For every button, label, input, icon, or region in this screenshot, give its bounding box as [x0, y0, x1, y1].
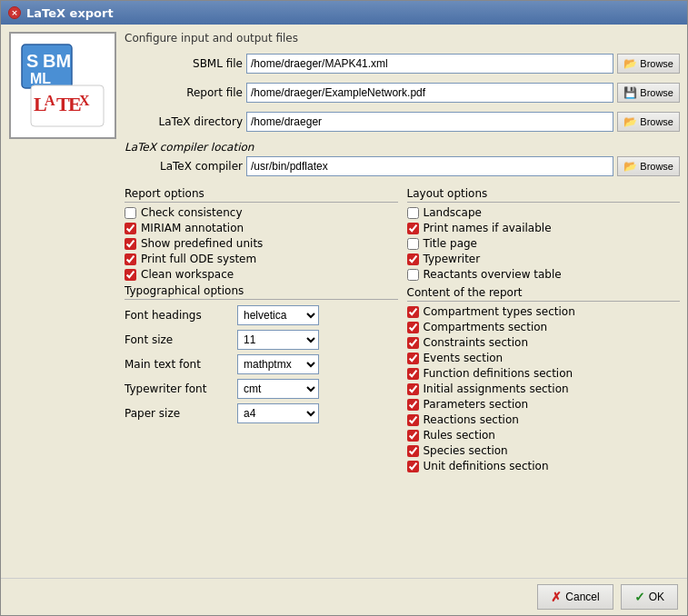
content-option-label-4: Function definitions section — [424, 367, 573, 380]
report-option-row-2: Show predefined units — [125, 237, 398, 250]
paper-size-select[interactable]: a4lettera3 — [237, 403, 319, 423]
report-option-checkbox-4[interactable] — [125, 269, 136, 281]
logo: S BM ML L A T E X — [9, 32, 116, 139]
paper-size-label: Paper size — [125, 407, 234, 420]
content-option-checkbox-1[interactable] — [407, 322, 419, 333]
folder-icon-3: 📂 — [623, 160, 637, 173]
content-option-row-10: Unit definitions section — [407, 460, 681, 472]
cancel-button[interactable]: ✗ Cancel — [537, 584, 613, 610]
report-option-row-4: Clean workspace — [125, 268, 398, 281]
content-option-checkbox-8[interactable] — [407, 430, 419, 442]
font-headings-row: Font headings helveticatimescourier — [125, 305, 398, 325]
font-headings-label: Font headings — [125, 309, 234, 322]
content-option-label-6: Parameters section — [424, 398, 529, 411]
layout-option-checkbox-2[interactable] — [407, 238, 419, 250]
content-option-label-2: Constraints section — [424, 336, 529, 349]
content-options-list: Compartment types sectionCompartments se… — [407, 305, 681, 472]
layout-option-checkbox-4[interactable] — [407, 269, 419, 281]
typewriter-label: Typewriter font — [125, 383, 234, 395]
report-browse-button[interactable]: 💾 Browse — [617, 83, 680, 103]
compiler-label: LaTeX compiler — [125, 160, 243, 173]
sbml-browse-label: Browse — [640, 58, 673, 69]
close-button[interactable]: × — [8, 6, 21, 19]
content-option-row-0: Compartment types section — [407, 305, 681, 318]
latex-dir-browse-label: Browse — [640, 116, 673, 127]
sbml-input[interactable] — [246, 54, 613, 74]
ok-button[interactable]: ✓ OK — [621, 584, 678, 610]
content-option-row-7: Reactions section — [407, 413, 681, 426]
report-option-checkbox-3[interactable] — [125, 253, 136, 265]
right-options-col: Layout options LandscapePrint names if a… — [407, 187, 681, 571]
font-size-select[interactable]: 101112 — [237, 330, 319, 350]
layout-option-row-2: Title page — [407, 237, 681, 250]
report-options-header: Report options — [125, 187, 398, 203]
layout-option-label-4: Reactants overview table — [424, 268, 562, 281]
layout-option-checkbox-1[interactable] — [407, 223, 419, 234]
layout-option-row-3: Typewriter — [407, 253, 681, 265]
ok-label: OK — [649, 591, 664, 603]
content-header: Content of the report — [407, 286, 681, 302]
compiler-section: LaTeX compiler location LaTeX compiler 📂… — [125, 141, 680, 180]
svg-text:A: A — [45, 93, 55, 108]
report-option-checkbox-1[interactable] — [125, 223, 136, 234]
compiler-row: LaTeX compiler 📂 Browse — [125, 156, 680, 176]
report-option-checkbox-2[interactable] — [125, 238, 136, 250]
svg-text:ML: ML — [30, 71, 51, 86]
layout-option-checkbox-0[interactable] — [407, 207, 419, 219]
compiler-input[interactable] — [246, 156, 613, 176]
content-option-checkbox-9[interactable] — [407, 445, 419, 457]
content-option-label-5: Initial assignments section — [424, 383, 569, 395]
content-option-checkbox-5[interactable] — [407, 383, 419, 395]
compiler-browse-button[interactable]: 📂 Browse — [617, 156, 680, 176]
typewriter-select[interactable]: cmtcourier — [237, 379, 319, 399]
content-option-row-1: Compartments section — [407, 321, 681, 333]
latex-dir-browse-button[interactable]: 📂 Browse — [617, 112, 680, 132]
folder-icon: 📂 — [623, 57, 637, 70]
svg-text:BM: BM — [43, 51, 71, 71]
report-row: Report file 💾 Browse — [125, 83, 680, 103]
cancel-label: Cancel — [565, 591, 599, 603]
report-option-checkbox-0[interactable] — [125, 207, 136, 219]
font-size-row: Font size 101112 — [125, 330, 398, 350]
window-title: LaTeX export — [26, 6, 114, 20]
layout-option-row-4: Reactants overview table — [407, 268, 681, 281]
main-text-label: Main text font — [125, 358, 234, 371]
svg-text:S: S — [26, 51, 38, 71]
content-option-checkbox-6[interactable] — [407, 399, 419, 411]
content-option-checkbox-0[interactable] — [407, 306, 419, 318]
compiler-browse-label: Browse — [640, 161, 673, 172]
cancel-icon: ✗ — [551, 590, 562, 604]
layout-option-checkbox-3[interactable] — [407, 253, 419, 265]
content-option-label-3: Events section — [424, 352, 504, 364]
typo-header: Typographical options — [125, 284, 398, 300]
main-text-font-row: Main text font mathptmxtimespalatino — [125, 354, 398, 374]
report-option-row-1: MIRIAM annotation — [125, 222, 398, 234]
content-option-checkbox-7[interactable] — [407, 414, 419, 426]
content-option-label-8: Rules section — [424, 429, 495, 442]
report-input[interactable] — [246, 83, 613, 103]
latex-dir-input[interactable] — [246, 112, 613, 132]
logo-panel: S BM ML L A T E X — [8, 32, 117, 571]
content-option-checkbox-3[interactable] — [407, 353, 419, 364]
main-window: × LaTeX export S BM ML L A T E — [0, 0, 688, 616]
content-option-checkbox-10[interactable] — [407, 461, 419, 472]
report-option-row-0: Check consistency — [125, 206, 398, 219]
layout-option-row-1: Print names if available — [407, 222, 681, 234]
main-text-select[interactable]: mathptmxtimespalatino — [237, 354, 319, 374]
content-section: Content of the report Compartment types … — [407, 286, 681, 472]
sbml-browse-button[interactable]: 📂 Browse — [617, 54, 680, 74]
font-headings-select[interactable]: helveticatimescourier — [237, 305, 319, 325]
report-option-label-0: Check consistency — [141, 206, 243, 219]
content-option-row-3: Events section — [407, 352, 681, 364]
folder-icon-2: 📂 — [623, 115, 637, 128]
content-option-row-4: Function definitions section — [407, 367, 681, 380]
content-option-checkbox-2[interactable] — [407, 337, 419, 349]
report-label: Report file — [125, 86, 243, 99]
content-option-label-7: Reactions section — [424, 413, 519, 426]
content-option-row-6: Parameters section — [407, 398, 681, 411]
content-option-checkbox-4[interactable] — [407, 368, 419, 380]
typewriter-font-row: Typewriter font cmtcourier — [125, 379, 398, 399]
main-panel: Configure input and output files SBML fi… — [125, 32, 680, 571]
content-option-label-10: Unit definitions section — [424, 460, 549, 472]
layout-option-label-1: Print names if available — [424, 222, 552, 234]
